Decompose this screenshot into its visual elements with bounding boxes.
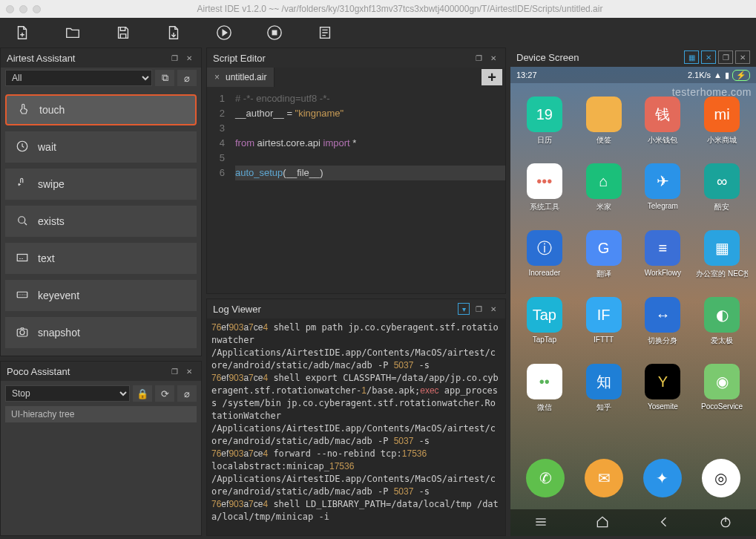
zoom-window-icon[interactable] bbox=[33, 5, 41, 13]
app-便签[interactable]: 便签 bbox=[574, 97, 634, 163]
app-label: 日历 bbox=[537, 135, 552, 146]
app-label: 爱太极 bbox=[711, 336, 733, 346]
app-微信[interactable]: ••微信 bbox=[515, 364, 574, 431]
cmd-text[interactable]: text bbox=[5, 243, 197, 274]
poco-mode-select[interactable]: Stop bbox=[5, 385, 130, 402]
panel-close-icon[interactable]: ✕ bbox=[183, 365, 195, 377]
report-icon[interactable] bbox=[315, 24, 335, 41]
panel-close-icon[interactable]: ✕ bbox=[735, 50, 750, 64]
app-label: Telegram bbox=[648, 202, 678, 210]
nav-power-icon[interactable] bbox=[718, 514, 733, 532]
panel-close-icon[interactable]: ✕ bbox=[183, 52, 195, 64]
panel-float-icon[interactable]: ❐ bbox=[473, 52, 484, 64]
signal-icon: ▮ bbox=[725, 71, 729, 80]
app-label: IFTTT bbox=[594, 336, 614, 344]
app-TapTap[interactable]: TapTapTap bbox=[515, 297, 574, 364]
nav-home-icon[interactable] bbox=[595, 514, 610, 532]
poco-settings-icon[interactable]: ⌀ bbox=[177, 385, 197, 402]
app-切换分身[interactable]: ↔切换分身 bbox=[634, 297, 693, 364]
code-editor[interactable]: 1 2 3 4 5 6 # -*- encoding=utf8 -*- __au… bbox=[207, 87, 505, 293]
assistant-record-icon[interactable]: ⧉ bbox=[155, 70, 174, 86]
app-icon: ⓘ bbox=[527, 230, 562, 266]
app-label: 办公室的 NEC投影仪 bbox=[696, 269, 748, 279]
cmd-wait[interactable]: wait bbox=[5, 131, 197, 163]
app-小米钱包[interactable]: 钱小米钱包 bbox=[634, 97, 693, 163]
battery-icon: ⚡ bbox=[732, 70, 750, 81]
panel-float-icon[interactable]: ❐ bbox=[718, 50, 733, 64]
app-PocoService[interactable]: ◉PocoService bbox=[692, 364, 752, 431]
app-IFTTT[interactable]: IFIFTTT bbox=[574, 297, 634, 364]
open-folder-icon[interactable] bbox=[62, 24, 83, 41]
device-statusbar: 13:27 2.1K/s ▲ ▮ ⚡ bbox=[510, 67, 756, 83]
cmd-touch[interactable]: touch bbox=[5, 94, 197, 125]
panel-float-icon[interactable]: ❐ bbox=[168, 365, 180, 377]
dock-app[interactable]: ✆ bbox=[526, 459, 565, 497]
panel-title: Device Screen bbox=[516, 52, 579, 63]
app-Inoreader[interactable]: ⓘInoreader bbox=[515, 230, 574, 297]
app-办公室的 NEC投影仪[interactable]: ▦办公室的 NEC投影仪 bbox=[692, 230, 752, 297]
log-output[interactable]: 76ef903a7ce4 shell pm path jp.co.cyberag… bbox=[207, 318, 505, 535]
panel-float-icon[interactable]: ❐ bbox=[473, 303, 484, 315]
window-titlebar: Airtest IDE v1.2.0 ~~ /var/folders/ky/31… bbox=[0, 0, 756, 18]
app-label: 切换分身 bbox=[648, 336, 677, 346]
panel-close-icon[interactable]: ✕ bbox=[487, 52, 499, 64]
dock-app[interactable]: ✦ bbox=[643, 459, 682, 497]
app-系统工具[interactable]: •••系统工具 bbox=[515, 163, 574, 230]
app-日历[interactable]: 19日历 bbox=[515, 97, 574, 163]
app-米家[interactable]: ⌂米家 bbox=[574, 163, 634, 230]
tab-add-icon[interactable]: + bbox=[481, 69, 502, 85]
app-Yosemite[interactable]: YYosemite bbox=[634, 364, 693, 431]
editor-tab-untitled[interactable]: × untitled.air bbox=[207, 68, 275, 87]
tab-close-icon[interactable]: × bbox=[214, 72, 220, 82]
cmd-swipe[interactable]: swipe bbox=[5, 169, 197, 200]
nav-back-icon[interactable] bbox=[657, 514, 671, 532]
cmd-label: touch bbox=[39, 104, 65, 116]
app-酷安[interactable]: ∞酷安 bbox=[692, 163, 752, 230]
touch-icon bbox=[17, 102, 30, 118]
log-filter-icon[interactable]: ▾ bbox=[458, 303, 470, 315]
close-window-icon[interactable] bbox=[6, 5, 14, 13]
device-aspect-icon[interactable]: ▦ bbox=[684, 50, 699, 64]
run-icon[interactable] bbox=[214, 24, 234, 41]
app-icon: ∞ bbox=[704, 163, 740, 199]
cmd-keyevent[interactable]: keyevent bbox=[5, 280, 197, 311]
cmd-label: snapshot bbox=[38, 327, 80, 339]
svg-point-5 bbox=[19, 216, 25, 223]
panel-float-icon[interactable]: ❐ bbox=[168, 52, 180, 64]
swipe-icon bbox=[16, 177, 29, 192]
app-爱太极[interactable]: ◐爱太极 bbox=[692, 297, 752, 364]
cmd-label: keyevent bbox=[38, 290, 79, 301]
cmd-snapshot[interactable]: snapshot bbox=[5, 317, 197, 348]
svg-rect-6 bbox=[17, 254, 27, 261]
assistant-camera-icon[interactable]: ⌀ bbox=[177, 70, 197, 86]
app-知乎[interactable]: 知知乎 bbox=[574, 364, 634, 431]
poco-lock-icon[interactable]: 🔒 bbox=[133, 385, 152, 402]
traffic-lights[interactable] bbox=[6, 5, 41, 13]
svg-point-9 bbox=[20, 330, 24, 334]
assistant-filter-select[interactable]: All bbox=[5, 70, 152, 86]
app-Telegram[interactable]: ✈Telegram bbox=[634, 163, 693, 230]
device-screen[interactable]: 13:27 2.1K/s ▲ ▮ ⚡ testerhome.com 19日历便签… bbox=[510, 67, 756, 536]
app-label: PocoService bbox=[701, 402, 743, 411]
app-label: Inoreader bbox=[528, 269, 560, 277]
panel-close-icon[interactable]: ✕ bbox=[487, 303, 499, 315]
stop-run-icon[interactable] bbox=[264, 24, 285, 41]
dock-app[interactable]: ◎ bbox=[702, 459, 740, 497]
dock-app[interactable]: ✉ bbox=[585, 459, 623, 497]
app-label: 米家 bbox=[596, 202, 611, 212]
app-小米商城[interactable]: mi小米商城 bbox=[692, 97, 752, 163]
cmd-exists[interactable]: exists bbox=[5, 206, 197, 237]
device-tools-icon[interactable]: ✕ bbox=[701, 50, 716, 64]
new-file-icon[interactable] bbox=[12, 24, 33, 41]
export-icon[interactable] bbox=[163, 24, 184, 41]
minimize-window-icon[interactable] bbox=[19, 5, 27, 13]
log-viewer-panel: Log Viewer ▾ ❐ ✕ 76ef903a7ce4 shell pm p… bbox=[206, 298, 506, 536]
poco-refresh-icon[interactable]: ⟳ bbox=[155, 385, 174, 402]
app-WorkFlowy[interactable]: ≡WorkFlowy bbox=[634, 230, 693, 297]
nav-menu-icon[interactable] bbox=[533, 514, 548, 532]
save-icon[interactable] bbox=[113, 24, 134, 41]
ui-hierarchy-tree[interactable]: UI-hierachy tree bbox=[5, 406, 197, 422]
app-翻译[interactable]: G翻译 bbox=[574, 230, 634, 297]
app-label: 酷安 bbox=[714, 202, 729, 212]
cmd-label: swipe bbox=[38, 178, 65, 190]
